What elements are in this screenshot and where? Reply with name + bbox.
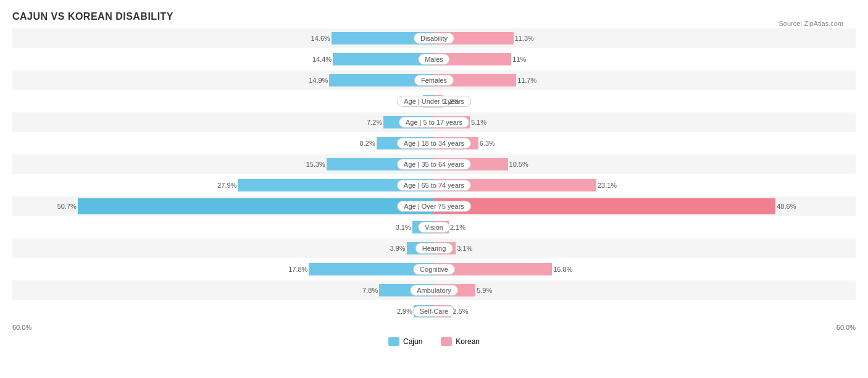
korean-value: 11.3%	[515, 35, 534, 42]
bar-row: 14.6% Disability 11.3%	[12, 28, 856, 48]
bar-row: 7.8% Ambulatory 5.9%	[12, 280, 856, 300]
bar-row: 3.1% Vision 2.1%	[12, 217, 856, 237]
bar-row: 2.9% Self-Care 2.5%	[12, 301, 856, 321]
cajun-value: 3.1%	[396, 224, 411, 231]
bar-row: 17.8% Cognitive 16.8%	[12, 259, 856, 279]
korean-bar	[434, 198, 775, 214]
row-label: Hearing	[415, 243, 453, 254]
cajun-value: 8.2%	[360, 140, 375, 147]
row-label: Ambulatory	[410, 285, 458, 296]
korean-value: 48.6%	[777, 203, 796, 210]
row-label: Age | 5 to 17 years	[399, 117, 469, 128]
korean-legend-item: Korean	[441, 337, 480, 346]
bar-row: 8.2% Age | 18 to 34 years 6.3%	[12, 133, 856, 153]
cajun-swatch	[388, 337, 399, 346]
bar-row: 7.2% Age | 5 to 17 years 5.1%	[12, 112, 856, 132]
row-label: Age | 65 to 74 years	[397, 180, 471, 191]
cajun-value: 14.9%	[309, 77, 328, 84]
row-label: Males	[418, 54, 449, 65]
row-label: Age | Under 5 years	[397, 96, 471, 107]
cajun-value: 15.3%	[306, 161, 325, 168]
cajun-value: 27.9%	[217, 182, 236, 189]
cajun-legend-label: Cajun	[403, 337, 422, 346]
row-label: Self-Care	[413, 306, 455, 317]
cajun-value: 14.6%	[311, 35, 330, 42]
cajun-legend-item: Cajun	[388, 337, 422, 346]
korean-value: 23.1%	[598, 182, 617, 189]
korean-value: 2.5%	[453, 308, 468, 315]
korean-value: 2.1%	[450, 224, 465, 231]
axis-right: 60.0%	[837, 324, 856, 331]
chart-rows: 14.6% Disability 11.3% 14.4% Males 11%	[12, 28, 856, 321]
bar-row: 15.3% Age | 35 to 64 years 10.5%	[12, 154, 856, 174]
source-text: Source: ZipAtlas.com	[778, 20, 843, 27]
korean-value: 5.9%	[477, 287, 492, 294]
korean-swatch	[441, 337, 452, 346]
korean-value: 11%	[512, 56, 526, 63]
korean-value: 5.1%	[471, 119, 486, 126]
row-label: Females	[414, 75, 454, 86]
cajun-bar	[78, 198, 434, 214]
row-label: Disability	[414, 33, 454, 44]
bar-row: 14.4% Males 11%	[12, 49, 856, 69]
axis-labels: 60.0% 60.0%	[12, 324, 856, 331]
korean-value: 11.7%	[517, 77, 536, 84]
korean-value: 1.2%	[444, 98, 459, 105]
row-label: Age | Over 75 years	[397, 201, 471, 212]
cajun-value: 3.9%	[390, 245, 406, 252]
cajun-value: 14.4%	[312, 56, 332, 63]
bar-row: 1.6% Age | Under 5 years 1.2%	[12, 91, 856, 111]
korean-value: 16.8%	[553, 266, 572, 273]
legend: Cajun Korean	[12, 337, 856, 346]
row-label: Age | 35 to 64 years	[397, 159, 471, 170]
cajun-value: 2.9%	[397, 308, 412, 315]
bar-row: 50.7% Age | Over 75 years 48.6%	[12, 196, 856, 216]
cajun-value: 7.8%	[362, 287, 378, 294]
row-label: Vision	[418, 222, 450, 233]
cajun-value: 17.8%	[288, 266, 307, 273]
korean-value: 3.1%	[457, 245, 472, 252]
chart-title: CAJUN VS KOREAN DISABILITY	[12, 11, 856, 22]
chart-area: 14.6% Disability 11.3% 14.4% Males 11%	[12, 28, 856, 331]
korean-legend-label: Korean	[456, 337, 480, 346]
row-label: Cognitive	[413, 264, 455, 275]
korean-value: 10.5%	[509, 161, 528, 168]
cajun-value: 50.7%	[57, 203, 77, 210]
bar-row: 27.9% Age | 65 to 74 years 23.1%	[12, 175, 856, 195]
row-label: Age | 18 to 34 years	[397, 138, 471, 149]
bar-row: 14.9% Females 11.7%	[12, 70, 856, 90]
axis-left: 60.0%	[12, 324, 31, 331]
cajun-value: 7.2%	[367, 119, 382, 126]
bar-row: 3.9% Hearing 3.1%	[12, 238, 856, 258]
korean-value: 6.3%	[480, 140, 495, 147]
chart-container: CAJUN VS KOREAN DISABILITY Source: ZipAt…	[0, 0, 868, 364]
